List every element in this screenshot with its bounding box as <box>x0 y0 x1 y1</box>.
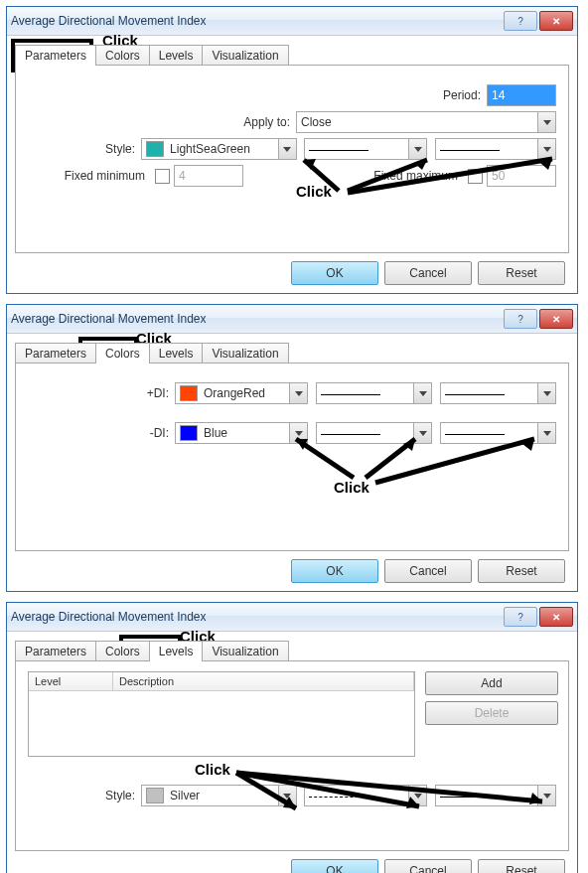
minus-di-line-select[interactable] <box>316 422 432 444</box>
fixed-max-label: Fixed maximum <box>373 169 458 183</box>
tab-visualization[interactable]: Visualization <box>202 343 288 364</box>
window-title: Average Directional Movement Index <box>11 14 502 28</box>
period-input[interactable]: 14 <box>487 84 556 106</box>
tab-visualization[interactable]: Visualization <box>202 45 288 66</box>
style-label: Style: <box>28 789 135 802</box>
minus-di-width-select[interactable] <box>440 422 556 444</box>
tabs: Parameters Colors Levels Visualization <box>15 44 569 65</box>
col-level[interactable]: Level <box>29 672 113 690</box>
tab-colors[interactable]: Colors <box>95 45 150 66</box>
minus-di-color-select[interactable]: Blue <box>175 422 308 444</box>
dialog-levels: Average Directional Movement Index ? ✕ C… <box>6 602 578 873</box>
tab-levels[interactable]: Levels <box>149 343 204 364</box>
style-width-select[interactable] <box>435 138 556 160</box>
window-title: Average Directional Movement Index <box>11 312 502 326</box>
color-swatch <box>180 385 198 401</box>
ok-button[interactable]: OK <box>291 559 378 583</box>
help-button[interactable]: ? <box>504 607 537 627</box>
color-swatch <box>180 425 198 441</box>
cancel-button[interactable]: Cancel <box>384 859 472 873</box>
button-row: OK Cancel Reset <box>15 551 569 583</box>
tab-levels[interactable]: Levels <box>149 45 204 66</box>
annotation-click: Click <box>195 761 230 778</box>
period-label: Period: <box>443 88 481 102</box>
help-button[interactable]: ? <box>504 309 537 329</box>
panel: +DI: OrangeRed -DI: Blue Click <box>15 363 569 551</box>
tabs: Parameters Colors Levels Visualization <box>15 640 569 660</box>
button-row: OK Cancel Reset <box>15 253 569 285</box>
reset-button[interactable]: Reset <box>478 559 565 583</box>
plus-di-line-select[interactable] <box>316 382 432 404</box>
plus-di-width-select[interactable] <box>440 382 556 404</box>
chevron-down-icon <box>537 112 555 132</box>
plus-di-label: +DI: <box>28 386 169 400</box>
style-color-select[interactable]: LightSeaGreen <box>141 138 297 160</box>
fixed-max-checkbox[interactable] <box>468 169 483 184</box>
reset-button[interactable]: Reset <box>478 859 565 873</box>
cancel-button[interactable]: Cancel <box>384 559 472 583</box>
style-line-select[interactable] <box>304 785 427 806</box>
tab-parameters[interactable]: Parameters <box>15 343 96 364</box>
tab-parameters[interactable]: Parameters <box>15 45 96 66</box>
window-title: Average Directional Movement Index <box>11 610 502 624</box>
tab-levels[interactable]: Levels <box>149 641 204 661</box>
col-description[interactable]: Description <box>113 672 414 690</box>
color-swatch <box>146 141 164 157</box>
levels-list[interactable]: Level Description <box>28 671 415 757</box>
tab-parameters[interactable]: Parameters <box>15 641 96 661</box>
tab-visualization[interactable]: Visualization <box>202 641 288 661</box>
fixed-max-input[interactable]: 50 <box>487 165 556 187</box>
apply-to-label: Apply to: <box>243 115 290 129</box>
fixed-min-label: Fixed minimum <box>28 169 145 183</box>
close-button[interactable]: ✕ <box>539 11 573 31</box>
fixed-min-input[interactable]: 4 <box>174 165 243 187</box>
add-button[interactable]: Add <box>425 671 558 695</box>
ok-button[interactable]: OK <box>291 859 378 873</box>
titlebar: Average Directional Movement Index ? ✕ <box>7 7 577 36</box>
delete-button[interactable]: Delete <box>425 701 558 725</box>
close-button[interactable]: ✕ <box>539 607 573 627</box>
cancel-button[interactable]: Cancel <box>384 261 472 285</box>
ok-button[interactable]: OK <box>291 261 378 285</box>
titlebar: Average Directional Movement Index ? ✕ <box>7 305 577 334</box>
plus-di-color-select[interactable]: OrangeRed <box>175 382 308 404</box>
style-label: Style: <box>28 142 135 156</box>
dialog-colors: Average Directional Movement Index ? ✕ C… <box>6 304 578 592</box>
style-line-select[interactable] <box>304 138 427 160</box>
apply-to-select[interactable]: Close <box>296 111 556 133</box>
tabs: Parameters Colors Levels Visualization <box>15 342 569 363</box>
fixed-min-checkbox[interactable] <box>155 169 170 184</box>
button-row: OK Cancel Reset <box>15 851 569 873</box>
panel: Level Description Add Delete Click Style… <box>15 660 569 851</box>
tab-colors[interactable]: Colors <box>95 641 150 661</box>
color-swatch <box>146 788 164 803</box>
titlebar: Average Directional Movement Index ? ✕ <box>7 603 577 632</box>
dialog-parameters: Average Directional Movement Index ? ✕ C… <box>6 6 578 294</box>
style-color-select[interactable]: Silver <box>141 785 297 806</box>
annotation-click: Click <box>334 479 369 496</box>
close-button[interactable]: ✕ <box>539 309 573 329</box>
minus-di-label: -DI: <box>28 426 169 440</box>
style-width-select[interactable] <box>435 785 556 806</box>
help-button[interactable]: ? <box>504 11 537 31</box>
tab-colors[interactable]: Colors <box>95 343 150 364</box>
reset-button[interactable]: Reset <box>478 261 565 285</box>
panel: Period: 14 Apply to: Close Style: LightS… <box>15 65 569 253</box>
